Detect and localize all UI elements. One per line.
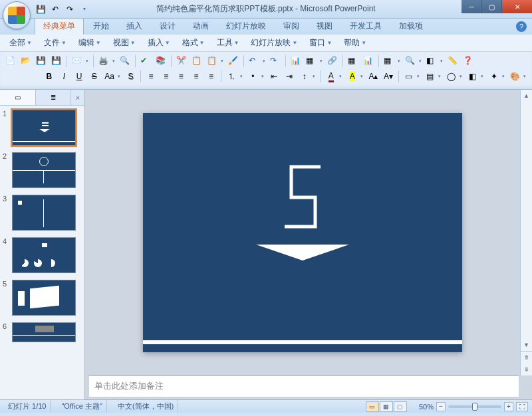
next-slide-button[interactable]: ⤋ — [521, 364, 532, 375]
indent-dec-button[interactable]: ⇤ — [267, 70, 281, 83]
print-drop[interactable]: ▾ — [110, 54, 116, 68]
ribbon-tab-review[interactable]: 审阅 — [275, 18, 307, 35]
align-justify-button[interactable]: ≡ — [190, 70, 203, 83]
close-button[interactable]: ✕ — [501, 0, 532, 13]
bullist-drop[interactable]: ▾ — [259, 70, 265, 83]
status-slide-position[interactable]: 幻灯片 1/10 — [4, 400, 51, 413]
menu-view[interactable]: 视图▼ — [108, 35, 141, 51]
numlist-drop[interactable]: ▾ — [238, 70, 244, 83]
highlight-drop[interactable]: ▾ — [359, 70, 365, 83]
ruler-button[interactable]: 📏 — [446, 54, 460, 68]
mail-drop[interactable]: ▾ — [84, 54, 90, 68]
ribbon-tab-animation[interactable]: 动画 — [185, 18, 217, 35]
align-center-button[interactable]: ≡ — [160, 70, 173, 83]
ribbon-tab-insert[interactable]: 插入 — [118, 18, 150, 35]
underline-button[interactable]: U — [72, 70, 86, 83]
slide-thumbnail-5[interactable] — [12, 280, 76, 316]
dec-fontsize-button[interactable]: A▾ — [382, 70, 395, 83]
gridlines-button[interactable]: ▦ — [382, 54, 396, 68]
ribbon-tab-view[interactable]: 视图 — [309, 18, 340, 35]
scroll-up-button[interactable]: ▲ — [521, 90, 532, 102]
view-sorter-button[interactable]: ▦ — [380, 401, 393, 412]
menu-format[interactable]: 格式▼ — [177, 35, 210, 51]
new-slide-button[interactable]: ▭ — [402, 70, 416, 83]
zoom-button[interactable]: 🔍 — [404, 54, 417, 68]
paste-button[interactable]: 📋 — [205, 54, 219, 68]
slide-thumbnail-3[interactable] — [12, 195, 76, 231]
qat-undo-button[interactable]: ↶ — [49, 3, 61, 15]
design-drop[interactable]: ▾ — [522, 70, 528, 83]
zoom-value[interactable]: 50% — [419, 403, 434, 411]
menu-edit[interactable]: 编辑▼ — [73, 35, 106, 51]
zoom-in-button[interactable]: + — [504, 402, 513, 411]
copy-button[interactable]: 📋 — [190, 54, 203, 68]
menu-slideshow[interactable]: 幻灯片放映▼ — [245, 35, 303, 51]
indent-inc-button[interactable]: ⇥ — [283, 70, 296, 83]
spell-button[interactable]: ✔ — [139, 54, 152, 68]
menu-window[interactable]: 窗口▼ — [304, 35, 337, 51]
qat-save-button[interactable]: 💾 — [35, 3, 47, 15]
strike-button[interactable]: S — [88, 70, 101, 83]
linespace-drop[interactable]: ▾ — [311, 70, 317, 83]
undo-button[interactable]: ↶ — [247, 54, 261, 68]
status-theme[interactable]: "Office 主题" — [57, 400, 106, 413]
undo-drop[interactable]: ▾ — [261, 54, 267, 68]
ribbon-tab-design[interactable]: 设计 — [152, 18, 184, 35]
scroll-track[interactable] — [521, 102, 532, 339]
table-button[interactable]: ▦ — [305, 54, 318, 68]
qat-customize-dropdown[interactable]: ▾ — [78, 3, 90, 15]
maximize-button[interactable]: ▢ — [481, 0, 501, 13]
menu-tools[interactable]: 工具▼ — [211, 35, 245, 51]
paste-drop[interactable]: ▾ — [219, 54, 225, 68]
help-icon[interactable]: ? — [516, 21, 527, 32]
colormode-drop[interactable]: ▾ — [438, 54, 444, 68]
layout-button[interactable]: ▤ — [424, 70, 437, 83]
tab-outline[interactable]: ≣ — [36, 90, 72, 105]
open-button[interactable]: 📂 — [19, 54, 33, 68]
design-button[interactable]: 🎨 — [509, 70, 522, 83]
slide-thumbnail-6[interactable] — [12, 322, 76, 342]
panel-close-button[interactable]: × — [71, 90, 84, 105]
ribbon-tab-slideshow[interactable]: 幻灯片放映 — [218, 18, 274, 35]
arrange-drop[interactable]: ▾ — [479, 70, 485, 83]
changecase-button[interactable]: Aa — [103, 70, 116, 83]
tb-help-button[interactable]: ❓ — [462, 54, 475, 68]
fontcolor-drop[interactable]: ▾ — [338, 70, 344, 83]
new-button[interactable]: 📄 — [4, 54, 17, 68]
hyperlink-button[interactable]: 🔗 — [326, 54, 339, 68]
view-normal-button[interactable]: ▭ — [366, 401, 379, 412]
ribbon-tab-classic[interactable]: 经典菜单 — [35, 17, 84, 35]
preview-button[interactable]: 🔍 — [118, 54, 132, 68]
minimize-button[interactable]: ─ — [462, 0, 481, 13]
bold-button[interactable]: B — [43, 70, 56, 83]
insert-table-button[interactable]: ▦ — [346, 54, 360, 68]
insert-chart-button[interactable]: 📊 — [362, 54, 375, 68]
linespace-button[interactable]: ↕ — [298, 70, 311, 83]
italic-button[interactable]: I — [58, 70, 71, 83]
layout-drop[interactable]: ▾ — [437, 70, 443, 83]
office-button[interactable] — [3, 1, 31, 29]
vertical-scrollbar[interactable]: ▲ ▼ ⤊ ⤋ — [520, 90, 532, 375]
newslide-drop[interactable]: ▾ — [416, 70, 422, 83]
quickstyle-drop[interactable]: ▾ — [501, 70, 507, 83]
menu-file[interactable]: 文件▼ — [39, 35, 72, 51]
numlist-button[interactable]: ⒈ — [225, 70, 238, 83]
zoom-drop[interactable]: ▾ — [417, 54, 423, 68]
ribbon-tab-dev[interactable]: 开发工具 — [342, 18, 390, 35]
fontcolor-button[interactable]: A — [325, 70, 338, 83]
ribbon-tab-addin[interactable]: 加载项 — [391, 18, 431, 35]
save-button[interactable]: 💾 — [35, 54, 48, 68]
shapes-button[interactable]: ◯ — [445, 70, 458, 83]
menu-help[interactable]: 帮助▼ — [338, 35, 372, 51]
slide-thumbnail-1[interactable] — [12, 110, 76, 146]
fit-window-button[interactable]: ⛶ — [516, 402, 528, 411]
shapes-drop[interactable]: ▾ — [458, 70, 464, 83]
saveall-button[interactable]: 💾 — [50, 54, 63, 68]
zoom-out-button[interactable]: − — [436, 402, 446, 411]
chart-button[interactable]: 📊 — [289, 54, 303, 68]
research-button[interactable]: 📚 — [154, 54, 168, 68]
scroll-down-button[interactable]: ▼ — [521, 339, 532, 351]
table-drop[interactable]: ▾ — [318, 54, 324, 68]
inc-fontsize-button[interactable]: A▴ — [367, 70, 380, 83]
align-left-button[interactable]: ≡ — [144, 70, 158, 83]
